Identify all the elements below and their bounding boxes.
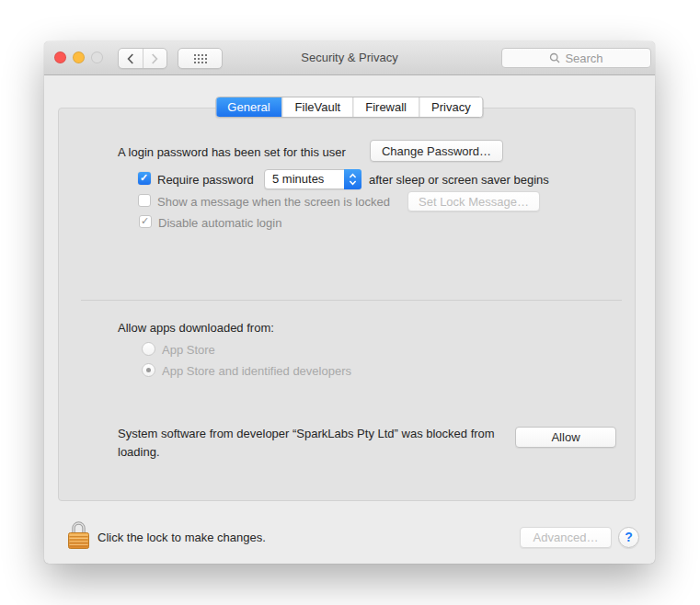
search-field[interactable]: Search xyxy=(501,48,651,68)
app-store-identified-radio xyxy=(142,363,155,377)
password-delay-value: 5 minutes xyxy=(265,170,344,188)
help-button[interactable]: ? xyxy=(618,527,639,548)
password-delay-select[interactable]: 5 minutes xyxy=(264,169,361,189)
disable-auto-login-label: Disable automatic login xyxy=(158,216,281,230)
tab-bar: General FileVault Firewall Privacy xyxy=(215,97,483,118)
search-placeholder: Search xyxy=(565,51,602,65)
lock-icon[interactable] xyxy=(66,519,91,554)
disable-auto-login-checkbox xyxy=(139,215,152,228)
tab-filevault[interactable]: FileVault xyxy=(282,97,353,117)
show-message-checkbox[interactable] xyxy=(138,194,151,207)
set-lock-message-button: Set Lock Message… xyxy=(407,191,540,211)
require-password-checkbox[interactable] xyxy=(138,172,151,185)
tab-general[interactable]: General xyxy=(215,97,281,118)
search-icon xyxy=(549,52,561,64)
password-set-label: A login password has been set for this u… xyxy=(118,145,346,159)
require-password-label: Require password xyxy=(157,173,254,187)
tab-firewall[interactable]: Firewall xyxy=(352,97,419,117)
titlebar: Security & Privacy Search xyxy=(44,41,655,75)
allow-apps-heading: Allow apps downloaded from: xyxy=(118,321,274,335)
tab-privacy[interactable]: Privacy xyxy=(419,97,483,117)
app-store-identified-label: App Store and identified developers xyxy=(162,364,351,378)
allow-button[interactable]: Allow xyxy=(515,427,616,448)
stepper-arrows-icon xyxy=(344,169,361,189)
require-password-suffix: after sleep or screen saver begins xyxy=(369,173,549,187)
section-divider xyxy=(81,300,622,301)
lock-hint-text: Click the lock to make changes. xyxy=(98,531,266,544)
change-password-button[interactable]: Change Password… xyxy=(370,140,503,162)
app-store-label: App Store xyxy=(162,343,215,357)
blocked-software-message: System software from developer “SparkLab… xyxy=(118,425,502,462)
security-privacy-window: Security & Privacy Search General FileVa… xyxy=(44,41,655,564)
show-message-label: Show a message when the screen is locked xyxy=(157,195,390,209)
advanced-button: Advanced… xyxy=(520,527,612,548)
app-store-radio xyxy=(142,342,155,356)
